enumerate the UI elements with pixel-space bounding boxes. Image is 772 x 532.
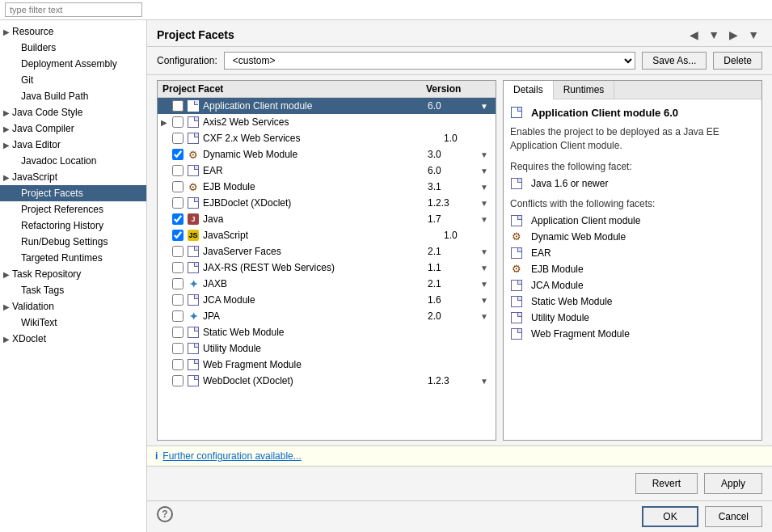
info-bar: i Further configuration available... (147, 445, 772, 466)
facet-checkbox[interactable] (172, 181, 184, 192)
sidebar-item-rundebug-settings[interactable]: Run/Debug Settings (0, 234, 146, 250)
cancel-button[interactable]: Cancel (705, 506, 762, 527)
tab-details[interactable]: Details (504, 81, 554, 99)
facet-item[interactable]: ▶Axis2 Web Services (158, 114, 496, 130)
facet-version-dropdown-icon[interactable]: ▼ (476, 312, 492, 321)
facet-name-label: Dynamic Web Module (203, 149, 428, 160)
help-icon[interactable]: ? (157, 506, 173, 522)
sidebar-item-task-repository[interactable]: ▶Task Repository (0, 266, 146, 282)
facet-item[interactable]: ⚙Dynamic Web Module3.0▼ (158, 146, 496, 163)
facet-version-dropdown-icon[interactable]: ▼ (476, 377, 492, 386)
nav-back-button[interactable]: ◀ (686, 27, 702, 43)
facet-item[interactable]: CXF 2.x Web Services1.0 (158, 130, 496, 146)
facet-checkbox[interactable] (172, 310, 184, 322)
gear-icon: ⚙ (510, 230, 523, 243)
facet-checkbox[interactable] (172, 165, 184, 176)
facet-checkbox[interactable] (172, 262, 184, 273)
facet-version-dropdown-icon[interactable]: ▼ (476, 296, 492, 305)
sidebar-item-java-build-path[interactable]: Java Build Path (0, 88, 146, 104)
facet-item[interactable]: Web Fragment Module (158, 357, 496, 373)
facet-item[interactable]: JSJavaScript1.0 (158, 227, 496, 243)
config-select[interactable]: <custom> (224, 52, 636, 70)
sidebar-item-javascript[interactable]: ▶JavaScript (0, 169, 146, 185)
facet-checkbox[interactable] (172, 375, 184, 386)
sidebar-item-project-references[interactable]: Project References (0, 201, 146, 217)
tab-runtimes[interactable]: Runtimes (554, 81, 615, 99)
facet-checkbox[interactable] (172, 100, 184, 112)
apply-button[interactable]: Apply (704, 473, 762, 494)
doc-icon (187, 164, 200, 177)
delete-button[interactable]: Delete (713, 52, 762, 70)
nav-dropdown-button[interactable]: ▼ (705, 27, 723, 43)
sidebar-item-git[interactable]: Git (0, 72, 146, 88)
facet-checkbox[interactable] (172, 294, 184, 306)
facet-name-label: JAX-RS (REST Web Services) (203, 262, 428, 273)
sidebar-item-java-editor[interactable]: ▶Java Editor (0, 137, 146, 153)
facet-name-label: WebDoclet (XDoclet) (203, 375, 428, 386)
facet-checkbox[interactable] (172, 133, 184, 144)
facet-version-dropdown-icon[interactable]: ▼ (476, 199, 492, 208)
sidebar-item-xdoclet[interactable]: ▶XDoclet (0, 331, 146, 347)
sidebar-item-label: Javadoc Location (21, 155, 96, 167)
facet-item[interactable]: EAR6.0▼ (158, 163, 496, 179)
sidebar-item-java-compiler[interactable]: ▶Java Compiler (0, 120, 146, 137)
facet-item[interactable]: JJava1.7▼ (158, 211, 496, 227)
facet-checkbox[interactable] (172, 116, 184, 128)
further-config-link[interactable]: Further configuration available... (162, 450, 301, 462)
sidebar-item-label: Task Repository (12, 268, 81, 280)
sidebar-item-deployment-assembly[interactable]: Deployment Assembly (0, 56, 146, 72)
expand-arrow-icon: ▶ (3, 108, 10, 117)
facet-checkbox[interactable] (172, 197, 184, 209)
facet-checkbox[interactable] (172, 278, 184, 289)
sidebar-item-task-tags[interactable]: Task Tags (0, 282, 146, 298)
facet-version-dropdown-icon[interactable]: ▼ (476, 102, 492, 111)
facet-version-label: 1.7 (428, 213, 476, 225)
facet-version-dropdown-icon[interactable]: ▼ (476, 264, 492, 272)
sidebar-item-resource[interactable]: ▶Resource (0, 23, 146, 40)
ok-button[interactable]: OK (642, 506, 698, 527)
details-description: Enables the project to be deployed as a … (510, 125, 755, 153)
facet-version-dropdown-icon[interactable]: ▼ (476, 183, 492, 192)
facet-checkbox[interactable] (172, 359, 184, 370)
facet-item[interactable]: JAX-RS (REST Web Services)1.1▼ (158, 260, 496, 276)
facet-item[interactable]: Utility Module (158, 340, 496, 357)
facet-item[interactable]: Application Client module6.0▼ (158, 98, 496, 114)
facet-checkbox[interactable] (172, 343, 184, 354)
facet-checkbox[interactable] (172, 149, 184, 160)
doc-icon (510, 295, 523, 308)
revert-button[interactable]: Revert (635, 473, 698, 494)
facet-checkbox[interactable] (172, 230, 184, 241)
facet-item[interactable]: ✦JPA2.0▼ (158, 308, 496, 324)
facet-version-dropdown-icon[interactable]: ▼ (476, 215, 492, 224)
facet-version-dropdown-icon[interactable]: ▼ (476, 280, 492, 289)
sidebar-item-validation[interactable]: ▶Validation (0, 298, 146, 315)
facet-checkbox[interactable] (172, 246, 184, 257)
facet-item[interactable]: Static Web Module (158, 324, 496, 340)
facet-panel: Project Facet Version Application Client… (157, 80, 496, 441)
sidebar-item-javadoc-location[interactable]: Javadoc Location (0, 153, 146, 169)
sidebar-item-project-facets[interactable]: Project Facets (0, 185, 146, 201)
sidebar-item-wikitext[interactable]: WikiText (0, 315, 146, 331)
facet-item[interactable]: JCA Module1.6▼ (158, 292, 496, 308)
doc-icon (510, 327, 523, 340)
sidebar-item-builders[interactable]: Builders (0, 40, 146, 56)
facet-item[interactable]: JavaServer Faces2.1▼ (158, 243, 496, 260)
facet-item[interactable]: WebDoclet (XDoclet)1.2.3▼ (158, 373, 496, 389)
nav-forward-button[interactable]: ▶ (726, 27, 741, 43)
facet-version-dropdown-icon[interactable]: ▼ (476, 150, 492, 159)
save-as-button[interactable]: Save As... (642, 52, 707, 70)
nav-forward-dropdown-button[interactable]: ▼ (745, 27, 762, 43)
facet-item[interactable]: EJBDoclet (XDoclet)1.2.3▼ (158, 195, 496, 211)
facet-version-dropdown-icon[interactable]: ▼ (476, 247, 492, 256)
sidebar-item-refactoring-history[interactable]: Refactoring History (0, 217, 146, 234)
filter-input[interactable] (5, 2, 142, 17)
facet-name-label: Application Client module (203, 100, 428, 112)
facet-checkbox[interactable] (172, 213, 184, 225)
facet-version-label: 1.1 (428, 262, 476, 273)
facet-checkbox[interactable] (172, 327, 184, 338)
facet-item[interactable]: ⚙EJB Module3.1▼ (158, 179, 496, 195)
facet-version-dropdown-icon[interactable]: ▼ (476, 167, 492, 175)
sidebar-item-targeted-runtimes[interactable]: Targeted Runtimes (0, 250, 146, 266)
facet-item[interactable]: ✦JAXB2.1▼ (158, 276, 496, 292)
sidebar-item-java-code-style[interactable]: ▶Java Code Style (0, 104, 146, 120)
